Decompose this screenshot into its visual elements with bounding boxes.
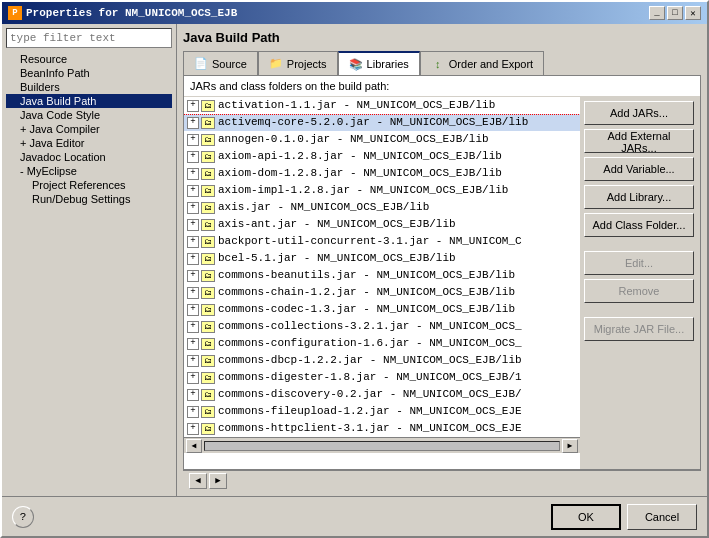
sidebar-item-java-compiler[interactable]: + Java Compiler <box>6 122 172 136</box>
add-variable-button[interactable]: Add Variable... <box>584 157 694 181</box>
expand-icon-1[interactable]: + <box>187 117 199 129</box>
expand-icon-16[interactable]: + <box>187 372 199 384</box>
expand-icon-19[interactable]: + <box>187 423 199 435</box>
tab-order-export[interactable]: ↕ Order and Export <box>420 51 544 75</box>
jar-item-6[interactable]: + 🗂 axis.jar - NM_UNICOM_OCS_EJB/lib <box>184 199 580 216</box>
jar-item-14[interactable]: + 🗂 commons-configuration-1.6.jar - NM_U… <box>184 335 580 352</box>
sidebar-item-resource[interactable]: Resource <box>6 52 172 66</box>
window-body: Resource BeanInfo Path Builders Java Bui… <box>2 24 707 496</box>
maximize-button[interactable]: □ <box>667 6 683 20</box>
sidebar-item-beaninfo[interactable]: BeanInfo Path <box>6 66 172 80</box>
source-icon: 📄 <box>194 58 208 70</box>
jar-label-3: axiom-api-1.2.8.jar - NM_UNICOM_OCS_EJB/… <box>218 148 502 165</box>
expand-icon-12[interactable]: + <box>187 304 199 316</box>
scroll-track[interactable] <box>204 441 560 451</box>
minimize-button[interactable]: _ <box>649 6 665 20</box>
file-icon-17: 🗂 <box>201 389 215 401</box>
sidebar-item-run-debug[interactable]: Run/Debug Settings <box>6 192 172 206</box>
add-jars-button[interactable]: Add JARs... <box>584 101 694 125</box>
jar-item-18[interactable]: + 🗂 commons-fileupload-1.2.jar - NM_UNIC… <box>184 403 580 420</box>
jar-label-14: commons-configuration-1.6.jar - NM_UNICO… <box>218 335 522 352</box>
expand-icon-4[interactable]: + <box>187 168 199 180</box>
add-external-jars-button[interactable]: Add External JARs... <box>584 129 694 153</box>
jar-item-13[interactable]: + 🗂 commons-collections-3.2.1.jar - NM_U… <box>184 318 580 335</box>
help-button[interactable]: ? <box>12 506 34 528</box>
jar-item-19[interactable]: + 🗂 commons-httpclient-3.1.jar - NM_UNIC… <box>184 420 580 437</box>
sidebar: Resource BeanInfo Path Builders Java Bui… <box>2 24 177 496</box>
jar-item-8[interactable]: + 🗂 backport-util-concurrent-3.1.jar - N… <box>184 233 580 250</box>
add-class-folder-button[interactable]: Add Class Folder... <box>584 213 694 237</box>
edit-button[interactable]: Edit... <box>584 251 694 275</box>
tab-source-label: Source <box>212 58 247 70</box>
horizontal-scrollbar[interactable]: ◀ ▶ <box>184 437 580 453</box>
expand-icon-6[interactable]: + <box>187 202 199 214</box>
sidebar-item-java-editor[interactable]: + Java Editor <box>6 136 172 150</box>
jar-item-3[interactable]: + 🗂 axiom-api-1.2.8.jar - NM_UNICOM_OCS_… <box>184 148 580 165</box>
tab-source[interactable]: 📄 Source <box>183 51 258 75</box>
expand-icon-13[interactable]: + <box>187 321 199 333</box>
file-icon-8: 🗂 <box>201 236 215 248</box>
ok-button[interactable]: OK <box>551 504 621 530</box>
expand-icon-11[interactable]: + <box>187 287 199 299</box>
tab-projects-label: Projects <box>287 58 327 70</box>
tab-libraries[interactable]: 📚 Libraries <box>338 51 420 75</box>
jar-item-7[interactable]: + 🗂 axis-ant.jar - NM_UNICOM_OCS_EJB/lib <box>184 216 580 233</box>
add-library-button[interactable]: Add Library... <box>584 185 694 209</box>
jar-item-10[interactable]: + 🗂 commons-beanutils.jar - NM_UNICOM_OC… <box>184 267 580 284</box>
expand-icon-17[interactable]: + <box>187 389 199 401</box>
nav-forward-button[interactable]: ▶ <box>209 473 227 489</box>
window-icon: P <box>8 6 22 20</box>
sidebar-item-javadoc[interactable]: Javadoc Location <box>6 150 172 164</box>
jar-item-4[interactable]: + 🗂 axiom-dom-1.2.8.jar - NM_UNICOM_OCS_… <box>184 165 580 182</box>
bottom-nav: ◀ ▶ <box>183 470 701 490</box>
window-title: Properties for NM_UNICOM_OCS_EJB <box>26 7 237 19</box>
expand-icon-14[interactable]: + <box>187 338 199 350</box>
jar-item-12[interactable]: + 🗂 commons-codec-1.3.jar - NM_UNICOM_OC… <box>184 301 580 318</box>
sidebar-item-builders[interactable]: Builders <box>6 80 172 94</box>
jar-label-10: commons-beanutils.jar - NM_UNICOM_OCS_EJ… <box>218 267 515 284</box>
jar-item-1[interactable]: + 🗂 activemq-core-5.2.0.jar - NM_UNICOM_… <box>184 114 580 131</box>
expand-icon-7[interactable]: + <box>187 219 199 231</box>
expand-icon-8[interactable]: + <box>187 236 199 248</box>
jar-item-15[interactable]: + 🗂 commons-dbcp-1.2.2.jar - NM_UNICOM_O… <box>184 352 580 369</box>
scroll-left-button[interactable]: ◀ <box>186 439 202 453</box>
jar-item-5[interactable]: + 🗂 axiom-impl-1.2.8.jar - NM_UNICOM_OCS… <box>184 182 580 199</box>
cancel-button[interactable]: Cancel <box>627 504 697 530</box>
main-title: Java Build Path <box>183 30 701 45</box>
sidebar-item-project-references[interactable]: Project References <box>6 178 172 192</box>
jar-item-16[interactable]: + 🗂 commons-digester-1.8.jar - NM_UNICOM… <box>184 369 580 386</box>
sidebar-item-java-build-path[interactable]: Java Build Path <box>6 94 172 108</box>
tab-projects[interactable]: 📁 Projects <box>258 51 338 75</box>
nav-back-button[interactable]: ◀ <box>189 473 207 489</box>
expand-icon-15[interactable]: + <box>187 355 199 367</box>
migrate-jar-button[interactable]: Migrate JAR File... <box>584 317 694 341</box>
expand-icon-9[interactable]: + <box>187 253 199 265</box>
expand-icon-3[interactable]: + <box>187 151 199 163</box>
jar-list[interactable]: + 🗂 activation-1.1.jar - NM_UNICOM_OCS_E… <box>184 97 580 469</box>
expand-icon-10[interactable]: + <box>187 270 199 282</box>
jar-item-9[interactable]: + 🗂 bcel-5.1.jar - NM_UNICOM_OCS_EJB/lib <box>184 250 580 267</box>
file-icon-15: 🗂 <box>201 355 215 367</box>
remove-button[interactable]: Remove <box>584 279 694 303</box>
jar-item-2[interactable]: + 🗂 annogen-0.1.0.jar - NM_UNICOM_OCS_EJ… <box>184 131 580 148</box>
tab-order-label: Order and Export <box>449 58 533 70</box>
projects-icon: 📁 <box>269 58 283 70</box>
close-button[interactable]: ✕ <box>685 6 701 20</box>
expand-icon-0[interactable]: + <box>187 100 199 112</box>
jar-item-17[interactable]: + 🗂 commons-discovery-0.2.jar - NM_UNICO… <box>184 386 580 403</box>
expand-icon-18[interactable]: + <box>187 406 199 418</box>
expand-icon-2[interactable]: + <box>187 134 199 146</box>
expand-icon-5[interactable]: + <box>187 185 199 197</box>
sidebar-item-myeclipse[interactable]: - MyEclipse <box>6 164 172 178</box>
jar-label-7: axis-ant.jar - NM_UNICOM_OCS_EJB/lib <box>218 216 456 233</box>
title-bar: P Properties for NM_UNICOM_OCS_EJB _ □ ✕ <box>2 2 707 24</box>
jar-item-0[interactable]: + 🗂 activation-1.1.jar - NM_UNICOM_OCS_E… <box>184 97 580 114</box>
sidebar-items: Resource BeanInfo Path Builders Java Bui… <box>6 52 172 206</box>
jar-item-11[interactable]: + 🗂 commons-chain-1.2.jar - NM_UNICOM_OC… <box>184 284 580 301</box>
tab-libraries-label: Libraries <box>367 58 409 70</box>
filter-input[interactable] <box>6 28 172 48</box>
scroll-right-button[interactable]: ▶ <box>562 439 578 453</box>
jar-label-18: commons-fileupload-1.2.jar - NM_UNICOM_O… <box>218 403 522 420</box>
sidebar-item-java-code-style[interactable]: Java Code Style <box>6 108 172 122</box>
jar-label-9: bcel-5.1.jar - NM_UNICOM_OCS_EJB/lib <box>218 250 456 267</box>
